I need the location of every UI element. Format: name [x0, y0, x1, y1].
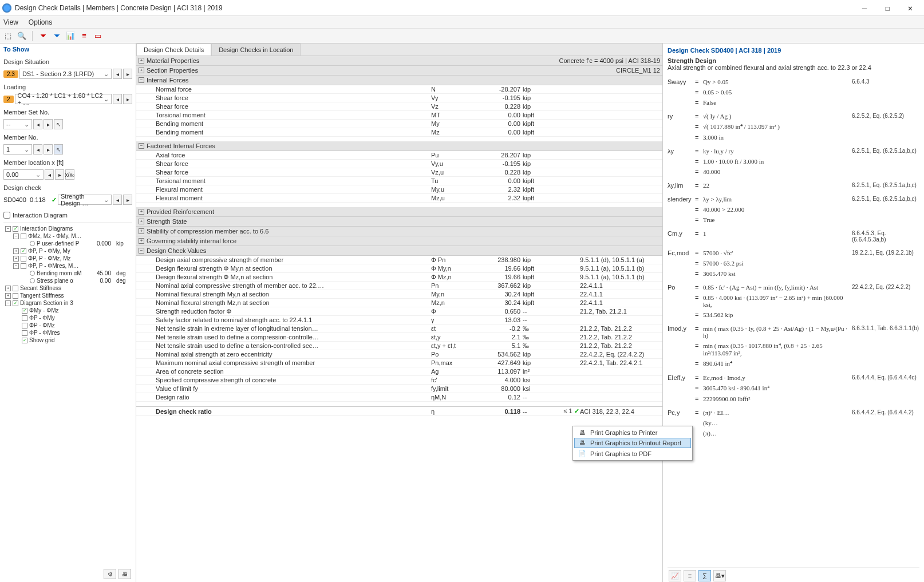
blue-icon[interactable]: ⏷: [51, 30, 62, 42]
zoom-icon[interactable]: 🔍: [16, 30, 27, 42]
maximize-button[interactable]: ☐: [876, 0, 899, 16]
tree-node[interactable]: +Secant Stiffness: [3, 284, 132, 292]
radio-icon[interactable]: [30, 241, 35, 246]
grid-section-header[interactable]: −Internal Forces: [136, 76, 662, 85]
checkbox-icon[interactable]: ✓: [21, 248, 26, 254]
expand-icon[interactable]: −: [139, 77, 144, 83]
tree-toggle-icon[interactable]: −: [5, 300, 11, 306]
member-no-combo[interactable]: 1: [3, 144, 32, 155]
loc-button[interactable]: x/x₀: [65, 169, 74, 180]
checkbox-icon[interactable]: [13, 293, 18, 299]
checkbox-icon[interactable]: [21, 233, 26, 239]
pick-icon[interactable]: ↖: [54, 119, 63, 129]
radio-icon[interactable]: [30, 271, 35, 276]
tree-node[interactable]: +ΦP, P - ΦMz, Mz: [3, 255, 132, 262]
grid-section-header[interactable]: +Section PropertiesCIRCLE_M1 12: [136, 66, 662, 76]
list-icon[interactable]: ≡: [684, 570, 696, 581]
dc-combo[interactable]: Strength Design …: [58, 195, 112, 205]
grid-section-header[interactable]: −Factored Internal Forces: [136, 141, 662, 151]
expand-icon[interactable]: +: [139, 219, 144, 224]
next-button[interactable]: ▸: [55, 169, 64, 180]
tree-toggle-icon[interactable]: −: [13, 263, 19, 269]
expand-icon[interactable]: −: [139, 143, 144, 149]
tree-node[interactable]: −ΦMz, Mz - ΦMy, M…: [3, 232, 132, 240]
pick-icon[interactable]: ↖: [54, 144, 63, 155]
tree-node[interactable]: Bending mom αM45.00deg: [3, 270, 132, 277]
select-icon[interactable]: ⬚: [2, 30, 14, 42]
menu-print-pdf[interactable]: 📄Print Graphics to PDF: [574, 448, 691, 459]
equation-area[interactable]: Swayy=Qy > 0.056.6.4.3=0.05 > 0.05=False…: [668, 77, 919, 567]
expand-icon[interactable]: +: [139, 209, 144, 215]
tab-design-checks-location[interactable]: Design Checks in Location: [211, 43, 301, 56]
grid-section-header[interactable]: +Governing stability internal force: [136, 236, 662, 246]
filter-icon[interactable]: ⏷: [37, 30, 49, 42]
grid-section-header[interactable]: +Strength State: [136, 217, 662, 227]
member-set-combo[interactable]: --: [3, 119, 32, 129]
close-button[interactable]: ✕: [899, 0, 922, 16]
prev-button[interactable]: ◂: [113, 69, 122, 79]
expand-icon[interactable]: −: [139, 248, 144, 254]
radio-icon[interactable]: [30, 278, 35, 283]
print-icon[interactable]: 🖶: [119, 569, 131, 579]
tree-node[interactable]: ✓Show grid: [3, 336, 132, 344]
next-button[interactable]: ▸: [44, 119, 53, 129]
tree-toggle-icon[interactable]: +: [13, 248, 19, 254]
checkbox-icon[interactable]: ✓: [13, 300, 18, 306]
checkbox-icon[interactable]: ✓: [22, 338, 27, 343]
tree-toggle-icon[interactable]: +: [13, 256, 19, 262]
tree-toggle-icon[interactable]: −: [5, 226, 11, 232]
tree-node[interactable]: ΦP - ΦMres: [3, 329, 132, 336]
member-loc-combo[interactable]: 0.00: [3, 169, 44, 180]
graph-icon[interactable]: 📈: [669, 570, 681, 581]
tree-node[interactable]: ΦP - ΦMy: [3, 314, 132, 322]
expand-icon[interactable]: +: [139, 228, 144, 234]
settings-icon[interactable]: ⚙: [104, 569, 116, 579]
next-button[interactable]: ▸: [123, 195, 132, 205]
menu-print-printer[interactable]: 🖶Print Graphics to Printer: [574, 427, 691, 438]
tree-toggle-icon[interactable]: −: [13, 233, 19, 239]
tree-node[interactable]: +Tangent Stiffness: [3, 292, 132, 299]
checkbox-icon[interactable]: [22, 315, 27, 321]
prev-button[interactable]: ◂: [33, 144, 42, 155]
prev-button[interactable]: ◂: [113, 94, 122, 104]
tree-node[interactable]: Stress plane α0.00deg: [3, 277, 132, 284]
grid-section-header[interactable]: +Stability of compression member acc. to…: [136, 227, 662, 236]
tree[interactable]: −✓Interaction Diagrams−ΦMz, Mz - ΦMy, M……: [3, 222, 132, 563]
tree-toggle-icon[interactable]: +: [5, 293, 11, 299]
design-check-grid[interactable]: +Material PropertiesConcrete f'c = 4000 …: [136, 56, 662, 582]
tree-node[interactable]: P user-defined P0.000kip: [3, 240, 132, 247]
checkbox-icon[interactable]: [21, 263, 26, 269]
menu-print-report[interactable]: 🖶Print Graphics to Printout Report: [574, 438, 691, 448]
formula-icon[interactable]: ∑: [698, 570, 711, 581]
expand-icon[interactable]: +: [139, 58, 144, 64]
tree-node[interactable]: ΦP - ΦMz: [3, 322, 132, 329]
checkbox-icon[interactable]: [22, 330, 27, 336]
minimize-button[interactable]: —: [853, 0, 876, 16]
tree-node[interactable]: +✓ΦP, P - ΦMy, My: [3, 247, 132, 255]
grid-section-header[interactable]: −Design Check Values: [136, 246, 662, 256]
prev-button[interactable]: ◂: [45, 169, 54, 180]
ds-combo[interactable]: DS1 - Section 2.3 (LRFD): [19, 69, 112, 79]
menu-options[interactable]: Options: [29, 18, 52, 26]
print-dropdown[interactable]: 🖶▾: [713, 570, 726, 581]
tree-node[interactable]: ✓ΦMy - ΦMz: [3, 307, 132, 314]
loading-combo[interactable]: CO4 - 1.20 * LC1 + 1.60 * LC2 + …: [15, 94, 112, 104]
prev-button[interactable]: ◂: [113, 195, 122, 205]
tree-toggle-icon[interactable]: +: [5, 286, 11, 291]
menu-view[interactable]: View: [3, 18, 18, 26]
tree-node[interactable]: −✓Interaction Diagrams: [3, 225, 132, 232]
checkbox-icon[interactable]: ✓: [13, 226, 18, 232]
prev-button[interactable]: ◂: [33, 119, 42, 129]
beam-icon[interactable]: ▭: [92, 30, 104, 42]
next-button[interactable]: ▸: [123, 94, 132, 104]
tab-design-check-details[interactable]: Design Check Details: [136, 43, 211, 56]
grid-section-header[interactable]: +Material PropertiesConcrete f'c = 4000 …: [136, 56, 662, 66]
checkbox-icon[interactable]: [22, 323, 27, 328]
checkbox-icon[interactable]: ✓: [22, 308, 27, 314]
checkbox-icon[interactable]: [13, 286, 18, 291]
checkbox-icon[interactable]: [21, 256, 26, 262]
grid-section-header[interactable]: +Provided Reinforcement: [136, 207, 662, 217]
next-button[interactable]: ▸: [123, 69, 132, 79]
next-button[interactable]: ▸: [44, 144, 53, 155]
tree-node[interactable]: −✓Diagram Section in 3: [3, 299, 132, 307]
